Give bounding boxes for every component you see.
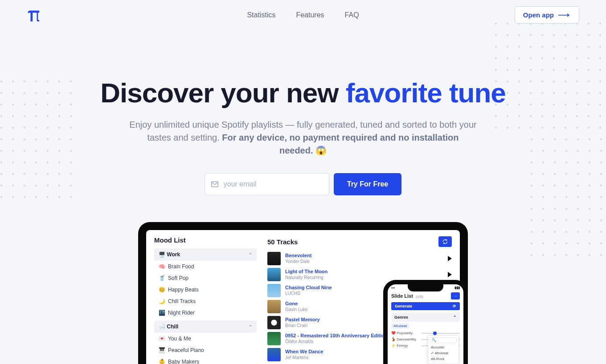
- genre-pill[interactable]: Afrobeat: [391, 323, 409, 329]
- phone-frame: ••• 13:37 ▮▮▮ Slide List (1/5) Generate …: [383, 280, 468, 364]
- chevron-up-icon: ⌃: [453, 315, 457, 320]
- album-art: [267, 284, 281, 297]
- album-art: [267, 332, 281, 345]
- mood-item-emoji: 👶: [159, 359, 165, 364]
- slider-track[interactable]: [422, 333, 460, 334]
- nav-link-features[interactable]: Features: [296, 11, 324, 19]
- mood-item[interactable]: 🧠Brain Food: [154, 261, 257, 272]
- album-art: [267, 348, 281, 361]
- generate-label: Generate: [395, 304, 412, 308]
- mood-item-label: Soft Pop: [168, 275, 188, 281]
- generate-button[interactable]: Generate ⟳: [391, 302, 460, 310]
- mood-item-label: Happy Beats: [168, 287, 199, 293]
- track-row[interactable]: Benevolent Yonder Dale: [267, 251, 452, 267]
- refresh-icon: ⟳: [453, 304, 456, 308]
- slider-knob[interactable]: [433, 332, 437, 335]
- mood-item-emoji: 💌: [159, 336, 165, 342]
- play-icon[interactable]: [448, 256, 452, 261]
- mood-group-header[interactable]: 🛁 Chill⌃: [154, 320, 257, 333]
- mood-item-label: Chill Tracks: [168, 298, 196, 304]
- mood-group-header[interactable]: 🖥️ Work⌃: [154, 248, 257, 261]
- mood-item[interactable]: 👶Baby Makers: [154, 356, 257, 364]
- genre-option[interactable]: Alt-Rock: [430, 356, 457, 362]
- slider-row[interactable]: ❤️ Popularity: [391, 331, 460, 335]
- slider-label: ⚡ Energy: [391, 344, 419, 348]
- album-art: [267, 300, 281, 313]
- album-art: [267, 316, 281, 329]
- try-free-button[interactable]: Try For Free: [334, 173, 401, 195]
- nav-link-statistics[interactable]: Statistics: [247, 11, 275, 19]
- track-artist: Yonder Dale: [285, 259, 443, 264]
- arrow-right-icon: [558, 13, 571, 17]
- album-art: [267, 252, 281, 265]
- refresh-button[interactable]: [438, 236, 452, 247]
- hero-title: Discover your new favorite tune: [0, 77, 606, 109]
- genre-option[interactable]: Afrobeat: [430, 350, 457, 356]
- mood-item[interactable]: 🥤Soft Pop: [154, 272, 257, 284]
- nav-link-faq[interactable]: FAQ: [345, 11, 359, 19]
- track-artist: Naturally Recurring: [285, 275, 443, 280]
- genre-dropdown: 🔍 AcousticAfrobeatAlt-Rock: [428, 335, 459, 364]
- mood-item-emoji: 🎹: [159, 347, 165, 353]
- email-field-wrapper: [205, 173, 329, 195]
- open-app-label: Open app: [523, 11, 554, 19]
- hero-title-accent: favorite tune: [346, 77, 506, 108]
- phone-notch: [408, 284, 443, 291]
- mood-item-label: You & Me: [168, 336, 191, 342]
- phone-title-suffix: (1/5): [416, 295, 423, 299]
- mood-item-emoji: 😊: [159, 287, 165, 293]
- refresh-icon: [442, 239, 448, 245]
- signup-form: Try For Free: [0, 173, 606, 195]
- track-meta: Light of The Moon Naturally Recurring: [285, 269, 443, 280]
- mood-list-column: Mood List 🖥️ Work⌃🧠Brain Food🥤Soft Pop😊H…: [154, 236, 257, 364]
- mood-item-label: Night Rider: [168, 310, 195, 316]
- hero-subtitle: Enjoy unlimited unique Spotify playlists…: [129, 118, 477, 157]
- mood-item[interactable]: 🌃Night Rider: [154, 307, 257, 319]
- mood-heading: Mood List: [154, 236, 257, 244]
- top-nav: Statistics Features FAQ Open app: [0, 0, 606, 24]
- slider-label: 💃 Danceability: [391, 337, 419, 341]
- slider-label: ❤️ Popularity: [391, 331, 419, 335]
- mood-item-emoji: 🌃: [159, 310, 165, 316]
- genre-search[interactable]: 🔍: [430, 337, 457, 343]
- chevron-up-icon: ⌃: [249, 252, 252, 257]
- mood-item-label: Brain Food: [168, 263, 194, 270]
- hero-sub-bold: For any device, no payment required and …: [222, 133, 459, 155]
- mood-item-label: Baby Makers: [168, 359, 199, 364]
- genres-label: Genres: [394, 315, 408, 320]
- email-input[interactable]: [224, 180, 323, 188]
- phone-go-button[interactable]: [451, 292, 460, 299]
- mail-icon: [211, 181, 218, 187]
- hero-section: Discover your new favorite tune Enjoy un…: [0, 77, 606, 195]
- nav-links: Statistics Features FAQ: [247, 11, 359, 19]
- logo-pi-icon[interactable]: [27, 8, 40, 22]
- mood-item[interactable]: 🌙Chill Tracks: [154, 295, 257, 307]
- genres-accordion[interactable]: Genres ⌃: [391, 313, 460, 322]
- play-icon[interactable]: [448, 272, 452, 277]
- mood-item-emoji: 🌙: [159, 298, 165, 304]
- mood-item[interactable]: 💌You & Me: [154, 333, 257, 344]
- open-app-button[interactable]: Open app: [515, 6, 579, 24]
- track-title: Benevolent: [285, 253, 443, 259]
- mood-item-emoji: 🧠: [159, 263, 165, 270]
- mood-item[interactable]: 🎹Peaceful Piano: [154, 344, 257, 356]
- device-mockup: Mood List 🖥️ Work⌃🧠Brain Food🥤Soft Pop😊H…: [138, 222, 468, 364]
- chevron-up-icon: ⌃: [249, 324, 252, 329]
- track-meta: Benevolent Yonder Dale: [285, 253, 443, 264]
- phone-title-row: Slide List (1/5): [391, 292, 460, 299]
- hero-title-plain: Discover your new: [100, 77, 346, 108]
- track-title: Light of The Moon: [285, 269, 443, 275]
- genre-option[interactable]: Acoustic: [430, 344, 457, 350]
- mood-item-emoji: 🥤: [159, 275, 165, 281]
- mood-item-label: Peaceful Piano: [168, 347, 204, 353]
- album-art: [267, 268, 281, 281]
- mood-item[interactable]: 😊Happy Beats: [154, 284, 257, 295]
- tracks-heading: 50 Tracks: [267, 238, 298, 246]
- phone-title: Slide List: [391, 293, 413, 299]
